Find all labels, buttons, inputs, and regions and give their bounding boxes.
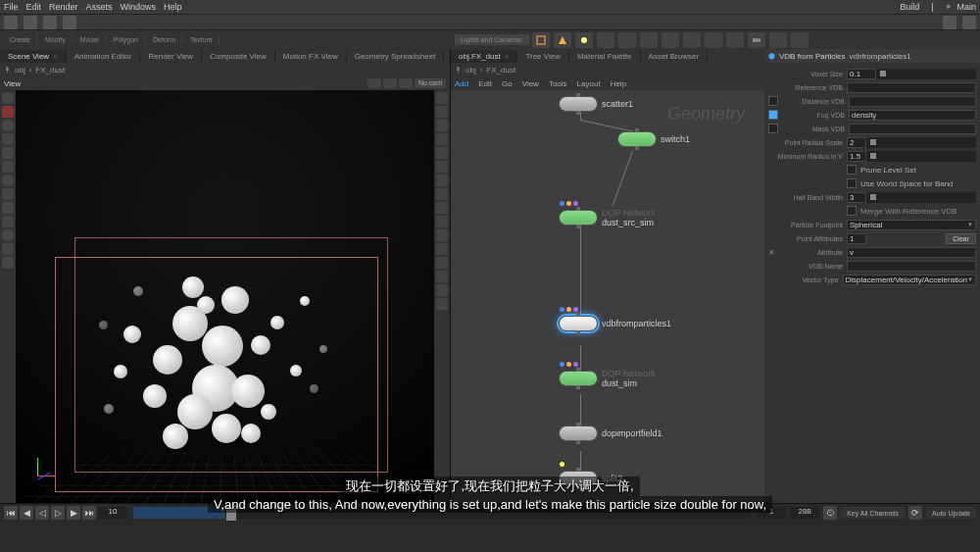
shade-smooth-icon[interactable] [436, 133, 448, 145]
node-dust-sim[interactable]: DOP Networkdust_sim [559, 369, 656, 388]
play-fwd-button[interactable]: ▶ [67, 506, 80, 520]
distant-light-icon[interactable] [597, 32, 614, 48]
desktop-mode[interactable]: Main [956, 2, 976, 12]
shelf-tab-model[interactable]: Model [74, 34, 106, 45]
secure-select-icon[interactable] [2, 106, 14, 118]
menu-edit[interactable]: Edit [26, 2, 42, 12]
menu-help[interactable]: Help [164, 2, 182, 12]
node-dust-src-sim[interactable]: DOP Networkdust_src_sim [559, 208, 656, 227]
snap-prim-icon[interactable] [2, 202, 14, 214]
handle-tool-icon[interactable] [2, 120, 14, 131]
cam-btn[interactable] [399, 78, 413, 88]
snap-point-icon[interactable] [2, 188, 14, 200]
camera-icon[interactable] [748, 32, 765, 48]
menu-file[interactable]: File [4, 2, 19, 12]
ghost-icon[interactable] [436, 202, 448, 214]
env-light-icon[interactable] [618, 32, 636, 48]
auto-update-icon[interactable]: ⟳ [908, 506, 922, 520]
fog-vdb-checkbox[interactable] [768, 110, 778, 120]
view-tool-icon[interactable] [2, 216, 14, 227]
portal-light-icon[interactable] [662, 32, 679, 48]
shelf-tab-create[interactable]: Create [4, 34, 37, 45]
attribute-field[interactable]: v [847, 247, 976, 258]
persp-btn[interactable] [368, 78, 381, 88]
vdb-name-field[interactable] [847, 261, 976, 272]
geo-light-icon[interactable] [683, 32, 701, 48]
voxel-size-field[interactable]: 0.1 [847, 69, 876, 79]
nmenu-help[interactable]: Help [611, 79, 626, 88]
tab-motionfx[interactable]: Motion FX View [275, 50, 347, 63]
nmenu-edit[interactable]: Edit [478, 79, 492, 88]
lighting-icon[interactable] [436, 147, 448, 159]
step-back-button[interactable]: ◁ [35, 506, 49, 520]
network-breadcrumb[interactable]: ↟obj›FX_dust [451, 63, 764, 76]
hq-light-icon[interactable] [436, 161, 448, 173]
shade-wire-icon[interactable] [436, 106, 448, 118]
caustic-light-icon[interactable] [705, 32, 722, 48]
scale-tool-icon[interactable] [2, 161, 14, 173]
nmenu-view[interactable]: View [522, 79, 539, 88]
key-all-channels-dropdown[interactable]: Key All Channels [841, 507, 905, 519]
shelf-tab-lights[interactable]: Lights and Cameras [455, 34, 529, 45]
vector-type-dropdown[interactable]: Displacement/Velocity/Acceleration [843, 275, 976, 285]
node-split[interactable]: split2 [559, 471, 622, 486]
fog-vdb-field[interactable]: density [849, 110, 976, 121]
last-frame-button[interactable]: ⏭ [82, 506, 96, 520]
play-rev-button[interactable]: ◀ [20, 506, 33, 520]
point-light-icon[interactable] [575, 32, 593, 48]
save-icon[interactable] [63, 16, 76, 29]
shade-flat-icon[interactable] [436, 120, 448, 131]
tab-geospread[interactable]: Geometry Spreadsheet [347, 50, 445, 63]
mask-vdb-field[interactable] [849, 124, 976, 134]
node-dopimportfield[interactable]: dopimportfield1 [559, 426, 662, 441]
reload-icon[interactable] [43, 16, 57, 29]
realtime-icon[interactable]: ⏲ [823, 506, 837, 520]
prim-num-icon[interactable] [436, 257, 448, 269]
tab-composite[interactable]: Composite View [202, 50, 275, 63]
ortho-btn[interactable] [383, 78, 397, 88]
node-scatter[interactable]: scatter1 [559, 96, 633, 112]
node-vdbfromparticles[interactable]: vdbfromparticles1 [559, 316, 671, 331]
shadow-icon[interactable] [436, 175, 448, 186]
display-opts-icon[interactable] [436, 92, 448, 104]
3d-viewport[interactable] [16, 90, 434, 503]
min-radius-slider[interactable] [866, 151, 976, 162]
timeline-handle[interactable] [226, 505, 236, 521]
shelf-tab-texture[interactable]: Texture [184, 34, 220, 45]
shelf-tab-polygon[interactable]: Polygon [108, 34, 145, 45]
mask-vdb-checkbox[interactable] [768, 124, 778, 133]
merge-checkbox[interactable] [847, 206, 857, 216]
tab-network[interactable]: obj.FX_dust× [451, 50, 517, 63]
first-frame-button[interactable]: ⏮ [4, 506, 18, 520]
dist-vdb-field[interactable] [849, 96, 976, 107]
wsb-checkbox[interactable] [847, 178, 857, 188]
start-frame-field[interactable]: 1 [757, 507, 786, 519]
tab-matpalette[interactable]: Material Palette [569, 50, 641, 63]
point-radius-slider[interactable] [866, 137, 976, 148]
nmenu-layout[interactable]: Layout [577, 79, 601, 88]
select-tool-icon[interactable] [2, 92, 14, 104]
tab-scene-view[interactable]: Scene View× [0, 50, 67, 63]
flipbook-icon[interactable] [2, 257, 14, 269]
footprint-dropdown[interactable]: Spherical [847, 220, 976, 230]
nmenu-go[interactable]: Go [502, 79, 513, 88]
switcher-icon[interactable] [769, 32, 787, 48]
nmenu-add[interactable]: Add [455, 79, 468, 88]
node-switch[interactable]: switch1 [617, 131, 690, 147]
xray-icon[interactable] [436, 216, 448, 227]
bg-icon[interactable] [436, 284, 448, 296]
shelf-tab-deform[interactable]: Deform [147, 34, 182, 45]
move-tool-icon[interactable] [2, 133, 14, 145]
gamma-icon[interactable] [436, 298, 448, 310]
viewport-breadcrumb[interactable]: ↟obj›FX_dust [0, 63, 450, 76]
nmenu-tools[interactable]: Tools [549, 79, 567, 88]
spot-light-icon[interactable] [554, 32, 571, 48]
min-radius-field[interactable]: 1.5 [847, 151, 866, 162]
pt-num-icon[interactable] [436, 243, 448, 255]
menu-windows[interactable]: Windows [121, 2, 157, 12]
fwd-icon[interactable] [24, 16, 37, 29]
param-node-name[interactable]: vdbfromparticles1 [850, 52, 911, 61]
timeline-track[interactable] [133, 507, 751, 519]
update-icon[interactable] [943, 16, 956, 29]
point-attrs-field[interactable]: 1 [847, 233, 866, 244]
